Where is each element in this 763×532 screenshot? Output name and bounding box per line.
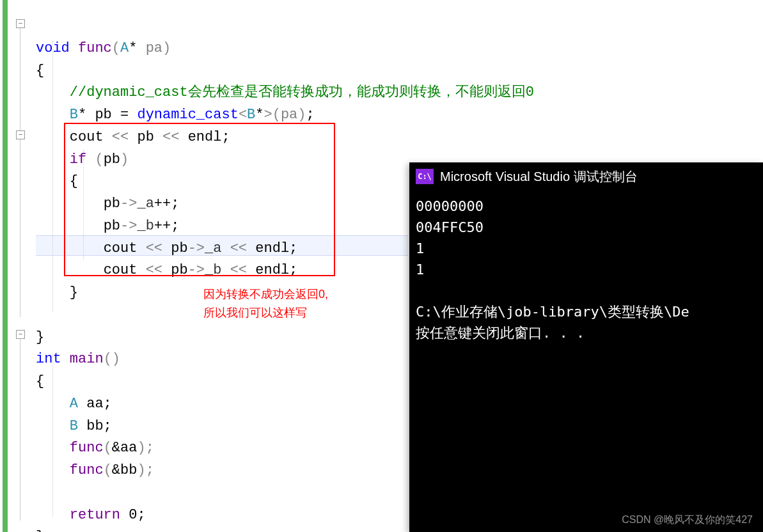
console-title-text: Microsoft Visual Studio 调试控制台 — [440, 168, 638, 185]
paren: ); — [137, 440, 153, 456]
brace: } — [36, 529, 44, 532]
member-a: _a — [205, 240, 230, 256]
arrow: -> — [120, 196, 137, 212]
pb: pb — [171, 262, 187, 278]
member-a: _a — [137, 196, 153, 212]
op: << — [146, 262, 171, 278]
fold-toggle-if[interactable]: − — [16, 130, 25, 139]
type-B: B — [70, 418, 78, 434]
watermark: CSDN @晚风不及你的笑427 — [622, 513, 753, 527]
annotation-line1: 因为转换不成功会返回0, — [203, 285, 328, 304]
paren: ( — [112, 40, 120, 56]
annotation-text: 因为转换不成功会返回0, 所以我们可以这样写 — [203, 285, 328, 322]
kw-if: if — [70, 152, 86, 168]
arg: &aa — [112, 440, 138, 456]
paren: ) — [120, 152, 129, 168]
pb: pb — [171, 240, 187, 256]
op: << — [146, 240, 171, 256]
fold-toggle-func[interactable]: − — [16, 19, 25, 28]
type-A: A — [120, 40, 129, 56]
pb: pb — [104, 196, 120, 212]
brace: { — [36, 373, 44, 389]
kw-return: return — [70, 507, 120, 523]
arrow: -> — [120, 218, 137, 234]
pb: pb — [137, 129, 162, 145]
kw-int: int — [36, 351, 61, 367]
console-body[interactable]: 00000000 004FFC50 1 1 C:\作业存储\job-librar… — [409, 191, 763, 348]
paren: ) — [162, 40, 171, 56]
decl: * pb = — [78, 107, 137, 123]
type-B: B — [70, 107, 78, 123]
parens: () — [104, 351, 120, 367]
type-B2: B — [247, 107, 255, 123]
console-line: 004FFC50 — [416, 219, 484, 235]
arrow: -> — [188, 240, 205, 256]
paren: ( — [272, 107, 281, 123]
brace: } — [36, 329, 44, 345]
semi: ; — [221, 129, 230, 145]
op: << — [230, 240, 256, 256]
fold-toggle-main[interactable]: − — [16, 330, 25, 339]
annotation-line2: 所以我们可以这样写 — [203, 304, 328, 322]
op: << — [230, 262, 256, 278]
call-func: func — [70, 440, 104, 456]
paren: ( — [104, 462, 112, 478]
console-line: 1 — [416, 240, 424, 256]
type-A: A — [70, 396, 78, 412]
inc: ++; — [154, 218, 180, 234]
semi: ; — [289, 262, 297, 278]
console-titlebar[interactable]: C:\ Microsoft Visual Studio 调试控制台 — [409, 162, 763, 191]
op: << — [112, 129, 138, 145]
fold-guide-main — [20, 339, 20, 520]
star2: * — [255, 107, 264, 123]
star: * — [129, 40, 145, 56]
arrow: -> — [188, 262, 205, 278]
op: << — [162, 129, 188, 145]
angle: < — [239, 107, 247, 123]
semi: ; — [289, 240, 297, 256]
endl: endl — [255, 240, 289, 256]
decl-bb: bb; — [78, 418, 112, 434]
cout: cout — [104, 240, 146, 256]
brace: { — [36, 63, 44, 79]
func-name: func — [70, 40, 112, 56]
change-marker — [3, 0, 8, 532]
console-icon: C:\ — [416, 169, 434, 184]
pb: pb — [104, 152, 120, 168]
paren: ( — [86, 152, 103, 168]
member-b: _b — [205, 262, 230, 278]
brace: } — [70, 285, 78, 301]
angle-close: > — [264, 107, 272, 123]
fold-guide — [20, 28, 20, 317]
kw-dynamic-cast: dynamic_cast — [137, 107, 238, 123]
console-line: 按任意键关闭此窗口. . . — [416, 325, 585, 341]
param-pa: pa — [146, 40, 162, 56]
keyword-void: void — [36, 40, 70, 56]
call-func: func — [70, 462, 104, 478]
endl: endl — [188, 129, 222, 145]
comment: //dynamic_cast会先检查是否能转换成功，能成功则转换，不能则返回0 — [70, 84, 534, 100]
endl: endl — [255, 262, 289, 278]
func-main: main — [61, 351, 104, 367]
fold-gutter: − − − — [10, 0, 31, 532]
member-b: _b — [137, 218, 153, 234]
pb: pb — [104, 218, 120, 234]
zero: 0 — [120, 507, 137, 523]
console-window[interactable]: C:\ Microsoft Visual Studio 调试控制台 000000… — [409, 162, 763, 532]
paren: ( — [104, 440, 112, 456]
cout: cout — [104, 262, 146, 278]
decl-aa: aa; — [78, 396, 112, 412]
cout: cout — [70, 129, 112, 145]
paren: ) — [297, 107, 306, 123]
semi: ; — [306, 107, 315, 123]
arg: &bb — [112, 462, 138, 478]
console-line: 1 — [416, 262, 424, 278]
brace: { — [70, 173, 78, 189]
console-line: 00000000 — [416, 198, 484, 214]
paren: ); — [137, 462, 153, 478]
arg-pa: pa — [281, 107, 297, 123]
inc: ++; — [154, 196, 180, 212]
semi: ; — [137, 507, 145, 523]
console-line: C:\作业存储\job-library\类型转换\De — [416, 304, 689, 320]
